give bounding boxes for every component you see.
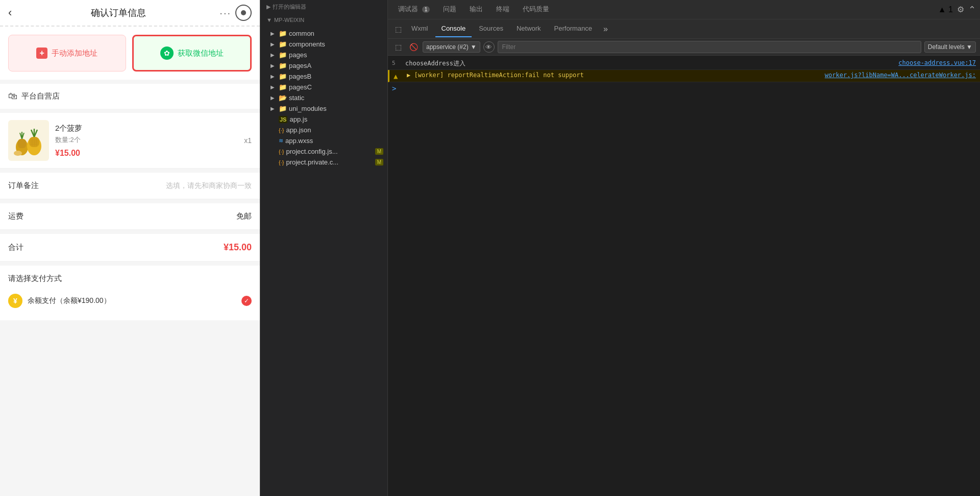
product-info: 2个菠萝 数量:2个 ¥15.00 <box>55 124 238 158</box>
folder-icon: 📁 <box>279 73 287 80</box>
file-name: uni_modules <box>289 105 327 112</box>
settings-icon[interactable]: ⚙ <box>957 5 964 14</box>
console-source-link[interactable]: choose-address.vue:17 <box>898 59 976 66</box>
back-button[interactable]: ‹ <box>8 6 12 19</box>
folder-icon: 📁 <box>279 40 287 48</box>
tab-issues[interactable]: 问题 <box>437 1 462 19</box>
chevron-right-icon: ▶ <box>271 95 277 101</box>
console-output: 5 chooseAddress进入 choose-address.vue:17 … <box>388 56 980 496</box>
console-line-info: 5 chooseAddress进入 choose-address.vue:17 <box>388 58 980 70</box>
folder-icon: 📁 <box>279 30 287 37</box>
eye-button[interactable]: 👁 <box>483 41 495 53</box>
folder-item-pagesC[interactable]: ▶ 📁 pagesC <box>260 82 387 92</box>
debugger-badge: 1 <box>422 6 430 13</box>
subtab-wxml[interactable]: Wxml <box>405 20 434 37</box>
file-name: pages <box>289 51 307 59</box>
chevron-down-icon: ▼ <box>266 17 272 23</box>
plus-icon: + <box>36 48 47 59</box>
file-item-project-private[interactable]: {·} project.private.c... M <box>260 157 387 168</box>
shipping-value: 免邮 <box>236 211 252 221</box>
folder-orange-icon: 📂 <box>279 94 287 102</box>
subtab-console[interactable]: Console <box>435 20 472 37</box>
folder-icon: 📁 <box>279 105 287 112</box>
product-row: 2个菠萝 数量:2个 ¥15.00 x1 <box>8 120 252 161</box>
folder-item-pagesA[interactable]: ▶ 📁 pagesA <box>260 60 387 71</box>
console-subtabs: ⬚ Wxml Console Sources Network Performan… <box>388 19 980 39</box>
subtab-performance[interactable]: Performance <box>548 20 598 37</box>
chevron-right-icon: ▶ <box>271 52 277 58</box>
line-number: 5 <box>392 59 402 66</box>
file-name: project.private.c... <box>286 158 338 166</box>
mp-weixin-root-label[interactable]: ▼ MP-WEIXIN <box>260 14 387 26</box>
file-item-project-config[interactable]: {·} project.config.js... M <box>260 146 387 157</box>
tab-output[interactable]: 输出 <box>463 1 489 19</box>
js-file-icon: JS <box>279 116 287 123</box>
store-icon: 🛍 <box>8 91 17 102</box>
chevron-right-icon: ▶ <box>266 4 271 10</box>
store-section: 🛍 平台自营店 <box>0 84 260 109</box>
file-name: app.json <box>286 126 311 134</box>
inspect-mode-button[interactable]: ⬚ <box>392 41 404 53</box>
shipping-section: 运费 免邮 <box>0 203 260 230</box>
console-source-link[interactable]: worker.js?libName=WA...celerateWorker.js… <box>825 72 976 79</box>
tab-debugger[interactable]: 调试器 1 <box>392 1 436 19</box>
more-tabs-button[interactable]: » <box>599 22 612 36</box>
tab-terminal[interactable]: 终端 <box>490 1 516 19</box>
console-prompt: > <box>392 84 396 92</box>
dropdown-arrow-icon: ▼ <box>471 43 477 51</box>
folder-item-components[interactable]: ▶ 📁 components <box>260 39 387 50</box>
tab-code-quality[interactable]: 代码质量 <box>517 1 555 19</box>
order-note-section[interactable]: 订单备注 选填，请先和商家协商一致 <box>0 173 260 199</box>
modified-badge: M <box>375 148 383 155</box>
product-image <box>8 120 49 161</box>
filter-input[interactable] <box>498 41 921 53</box>
folder-item-static[interactable]: ▶ 📂 static <box>260 92 387 103</box>
log-levels-selector[interactable]: Default levels ▼ <box>924 41 976 53</box>
folder-item-pagesB[interactable]: ▶ 📁 pagesB <box>260 71 387 82</box>
open-editors-label[interactable]: ▶ 打开的编辑器 <box>260 0 387 14</box>
total-price: ¥15.00 <box>224 242 252 253</box>
payment-name: 余额支付（余额¥190.00） <box>28 296 236 305</box>
more-options-button[interactable]: ··· <box>219 7 231 19</box>
product-name: 2个菠萝 <box>55 124 238 133</box>
folder-icon: 📁 <box>279 51 287 59</box>
subtab-network[interactable]: Network <box>510 20 547 37</box>
chevron-right-icon: ▶ <box>271 41 277 47</box>
shipping-label: 运费 <box>8 211 23 221</box>
file-item-app-js[interactable]: JS app.js <box>260 114 387 125</box>
folder-item-uni-modules[interactable]: ▶ 📁 uni_modules <box>260 103 387 114</box>
file-name: common <box>289 30 314 37</box>
payment-option[interactable]: ¥ 余额支付（余额¥190.00） ✓ <box>8 290 252 312</box>
file-item-app-wxss[interactable]: ≋ app.wxss <box>260 135 387 146</box>
context-selector[interactable]: appservice (#2) ▼ <box>423 41 480 53</box>
wechat-address-button[interactable]: ✿ 获取微信地址 <box>132 35 252 72</box>
manual-address-button[interactable]: + 手动添加地址 <box>8 35 126 72</box>
modified-badge: M <box>375 159 383 166</box>
file-item-app-json[interactable]: {·} app.json <box>260 125 387 135</box>
chevron-right-icon: ▶ <box>271 106 277 111</box>
file-name: app.js <box>289 115 307 123</box>
folder-item-pages[interactable]: ▶ 📁 pages <box>260 50 387 60</box>
warning-icon: ▲ <box>394 72 404 80</box>
payment-check-icon: ✓ <box>241 296 252 306</box>
close-panel-button[interactable]: ⌃ <box>968 4 976 15</box>
wechat-icon: ✿ <box>160 46 174 60</box>
balance-pay-icon: ¥ <box>8 294 22 308</box>
folder-item-common[interactable]: ▶ 📁 common <box>260 28 387 39</box>
order-note-placeholder: 选填，请先和商家协商一致 <box>166 181 252 191</box>
pineapple-svg <box>11 123 46 158</box>
order-note-label: 订单备注 <box>8 181 39 191</box>
file-name: pagesC <box>289 83 312 91</box>
mobile-header: ‹ 确认订单信息 ··· <box>0 0 260 27</box>
chevron-right-icon: ▶ <box>271 74 277 79</box>
devtools-panel: 调试器 1 问题 输出 终端 代码质量 ▲ 1 ⚙ ⌃ ⬚ Wxml Conso… <box>388 0 980 496</box>
subtab-sources[interactable]: Sources <box>473 20 509 37</box>
inspect-cursor-button[interactable]: ⬚ <box>392 23 404 35</box>
total-section: 合计 ¥15.00 <box>0 234 260 262</box>
tab-actions: ▲ 1 ⚙ ⌃ <box>938 4 976 15</box>
json-file-icon: {·} <box>279 149 284 155</box>
folder-icon: 📁 <box>279 62 287 69</box>
clear-console-button[interactable]: 🚫 <box>407 41 420 53</box>
target-button[interactable] <box>235 5 252 21</box>
json-file-icon: {·} <box>279 127 284 133</box>
